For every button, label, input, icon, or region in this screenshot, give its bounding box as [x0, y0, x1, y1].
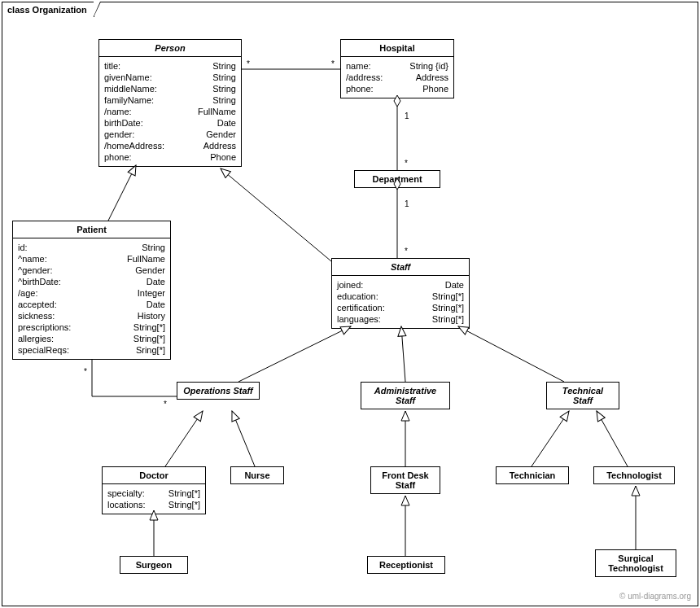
class-doctor: Doctor specialty:String[*] locations:Str…	[102, 466, 206, 514]
class-patient-name: Patient	[13, 221, 170, 238]
class-surgical-technologist-name: Surgical Technologist	[596, 550, 676, 576]
class-operations-staff-name: Operations Staff	[177, 383, 259, 399]
mult-person-hospital-left: *	[247, 59, 250, 68]
svg-line-5	[238, 326, 351, 382]
class-staff-name: Staff	[332, 259, 469, 276]
class-patient-attrs: id:String ^name:FullName ^gender:Gender …	[13, 238, 170, 359]
mult-dept-staff-top: 1	[405, 199, 409, 208]
class-front-desk-staff: Front Desk Staff	[370, 466, 440, 494]
class-nurse-name: Nurse	[231, 467, 283, 483]
class-doctor-attrs: specialty:String[*] locations:String[*]	[103, 484, 205, 514]
class-administrative-staff: Administrative Staff	[361, 382, 450, 409]
class-technical-staff: Technical Staff	[546, 382, 619, 409]
mult-patient-ops-right: *	[164, 400, 167, 409]
class-patient: Patient id:String ^name:FullName ^gender…	[12, 221, 171, 360]
svg-line-4	[221, 168, 331, 261]
class-nurse: Nurse	[230, 466, 284, 484]
svg-line-3	[108, 165, 136, 221]
class-front-desk-staff-name: Front Desk Staff	[371, 467, 440, 493]
class-operations-staff: Operations Staff	[177, 382, 260, 400]
mult-dept-staff-bot: *	[405, 247, 408, 256]
class-surgeon: Surgeon	[120, 556, 188, 574]
class-technician: Technician	[496, 466, 569, 484]
class-hospital-name: Hospital	[341, 40, 453, 57]
svg-line-9	[232, 411, 255, 466]
svg-line-7	[458, 326, 564, 382]
class-administrative-staff-name: Administrative Staff	[361, 383, 449, 409]
frame-title: class Organization	[7, 5, 87, 15]
class-person-name: Person	[99, 40, 241, 57]
mult-person-hospital-right: *	[331, 59, 335, 68]
svg-line-6	[401, 326, 405, 382]
class-surgical-technologist: Surgical Technologist	[595, 549, 676, 577]
class-technician-name: Technician	[497, 467, 568, 483]
class-doctor-name: Doctor	[103, 467, 205, 484]
class-staff: Staff joined:Date education:String[*] ce…	[331, 258, 470, 329]
class-person-attrs: title:String givenName:String middleName…	[99, 57, 241, 166]
class-technologist-name: Technologist	[594, 467, 674, 483]
diagram-frame: class Organization Person title:String g…	[2, 2, 698, 606]
class-person: Person title:String givenName:String mid…	[98, 39, 242, 167]
mult-patient-ops-left: *	[84, 367, 87, 376]
svg-line-11	[532, 411, 569, 466]
class-department: Department	[354, 170, 440, 188]
class-hospital: Hospital name:String {id} /address:Addre…	[340, 39, 454, 98]
class-staff-attrs: joined:Date education:String[*] certific…	[332, 276, 469, 328]
svg-line-8	[165, 411, 203, 466]
class-receptionist: Receptionist	[367, 556, 445, 574]
mult-hospital-dept-bot: *	[405, 159, 408, 168]
class-technologist: Technologist	[593, 466, 675, 484]
mult-hospital-dept-top: 1	[405, 112, 409, 120]
class-receptionist-name: Receptionist	[368, 557, 444, 573]
class-department-name: Department	[355, 171, 440, 187]
watermark: © uml-diagrams.org	[619, 592, 691, 601]
class-hospital-attrs: name:String {id} /address:Address phone:…	[341, 57, 453, 98]
svg-line-12	[597, 411, 628, 466]
class-surgeon-name: Surgeon	[120, 557, 187, 573]
class-technical-staff-name: Technical Staff	[547, 383, 619, 409]
frame-label: class Organization	[2, 2, 94, 17]
